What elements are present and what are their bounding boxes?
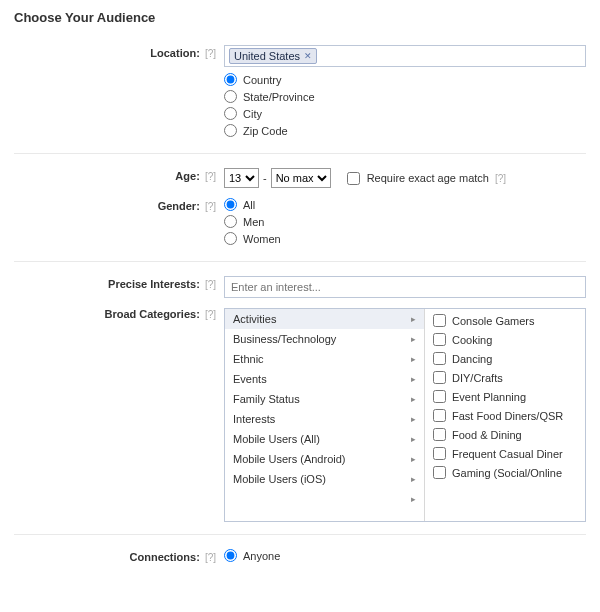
gender-row: Gender: [?] All Men Women xyxy=(14,196,586,249)
chevron-right-icon: ▸ xyxy=(411,414,416,424)
location-scope-radios: Country State/Province City Zip Code xyxy=(224,73,586,137)
remove-token-icon[interactable]: ✕ xyxy=(304,51,312,61)
page-title: Choose Your Audience xyxy=(14,10,586,25)
subcategory-item[interactable]: Event Planning xyxy=(425,387,585,406)
category-item[interactable]: ▸ xyxy=(225,489,424,509)
subcategory-list: Console Gamers Cooking Dancing DIY/Craft… xyxy=(425,309,585,521)
location-radio-state[interactable]: State/Province xyxy=(224,90,586,103)
help-icon[interactable]: [?] xyxy=(205,309,216,320)
gender-radio-women[interactable]: Women xyxy=(224,232,586,245)
divider xyxy=(14,153,586,154)
subcategory-item[interactable]: Console Gamers xyxy=(425,311,585,330)
chevron-right-icon: ▸ xyxy=(411,314,416,324)
precise-interests-row: Precise Interests: [?] xyxy=(14,274,586,298)
broad-categories-row: Broad Categories: [?] Activities▸ Busine… xyxy=(14,304,586,522)
category-item[interactable]: Ethnic▸ xyxy=(225,349,424,369)
subcategory-item[interactable]: Frequent Casual Diner xyxy=(425,444,585,463)
connections-label: Connections: [?] xyxy=(14,547,224,563)
precise-interests-label: Precise Interests: [?] xyxy=(14,274,224,290)
age-min-select[interactable]: 13 xyxy=(224,168,259,188)
subcategory-item[interactable]: Gaming (Social/Online xyxy=(425,463,585,482)
category-item[interactable]: Mobile Users (iOS)▸ xyxy=(225,469,424,489)
help-icon[interactable]: [?] xyxy=(205,201,216,212)
location-label: Location: [?] xyxy=(14,43,224,59)
category-item[interactable]: Activities▸ xyxy=(225,309,424,329)
chevron-right-icon: ▸ xyxy=(411,494,416,504)
chevron-right-icon: ▸ xyxy=(411,454,416,464)
categories-panel: Activities▸ Business/Technology▸ Ethnic▸… xyxy=(224,308,586,522)
help-icon[interactable]: [?] xyxy=(205,48,216,59)
help-icon[interactable]: [?] xyxy=(205,552,216,563)
subcategory-item[interactable]: Dancing xyxy=(425,349,585,368)
age-row: Age: [?] 13 - No max Require exact age m… xyxy=(14,166,586,188)
category-item[interactable]: Mobile Users (Android)▸ xyxy=(225,449,424,469)
category-list[interactable]: Activities▸ Business/Technology▸ Ethnic▸… xyxy=(225,309,425,521)
location-radio-country[interactable]: Country xyxy=(224,73,586,86)
chevron-right-icon: ▸ xyxy=(411,434,416,444)
divider xyxy=(14,534,586,535)
gender-label: Gender: [?] xyxy=(14,196,224,212)
divider xyxy=(14,261,586,262)
chevron-right-icon: ▸ xyxy=(411,394,416,404)
chevron-right-icon: ▸ xyxy=(411,474,416,484)
chevron-right-icon: ▸ xyxy=(411,374,416,384)
help-icon[interactable]: [?] xyxy=(205,279,216,290)
subcategory-item[interactable]: Cooking xyxy=(425,330,585,349)
gender-radio-all[interactable]: All xyxy=(224,198,586,211)
help-icon[interactable]: [?] xyxy=(495,173,506,184)
connections-radio-anyone[interactable]: Anyone xyxy=(224,549,586,562)
category-item[interactable]: Interests▸ xyxy=(225,409,424,429)
help-icon[interactable]: [?] xyxy=(205,171,216,182)
require-age-checkbox[interactable]: Require exact age match [?] xyxy=(343,169,506,188)
location-token[interactable]: United States ✕ xyxy=(229,48,317,64)
chevron-right-icon: ▸ xyxy=(411,354,416,364)
category-item[interactable]: Family Status▸ xyxy=(225,389,424,409)
connections-row: Connections: [?] Anyone xyxy=(14,547,586,566)
subcategory-item[interactable]: DIY/Crafts xyxy=(425,368,585,387)
subcategory-item[interactable]: Food & Dining xyxy=(425,425,585,444)
age-max-select[interactable]: No max xyxy=(271,168,331,188)
location-row: Location: [?] United States ✕ Country St… xyxy=(14,43,586,141)
precise-interests-input[interactable] xyxy=(224,276,586,298)
chevron-right-icon: ▸ xyxy=(411,334,416,344)
broad-categories-label: Broad Categories: [?] xyxy=(14,304,224,320)
location-radio-zip[interactable]: Zip Code xyxy=(224,124,586,137)
location-radio-city[interactable]: City xyxy=(224,107,586,120)
age-label: Age: [?] xyxy=(14,166,224,182)
category-item[interactable]: Business/Technology▸ xyxy=(225,329,424,349)
subcategory-item[interactable]: Fast Food Diners/QSR xyxy=(425,406,585,425)
category-item[interactable]: Mobile Users (All)▸ xyxy=(225,429,424,449)
gender-radio-men[interactable]: Men xyxy=(224,215,586,228)
category-item[interactable]: Events▸ xyxy=(225,369,424,389)
location-input[interactable]: United States ✕ xyxy=(224,45,586,67)
age-dash: - xyxy=(263,172,267,184)
